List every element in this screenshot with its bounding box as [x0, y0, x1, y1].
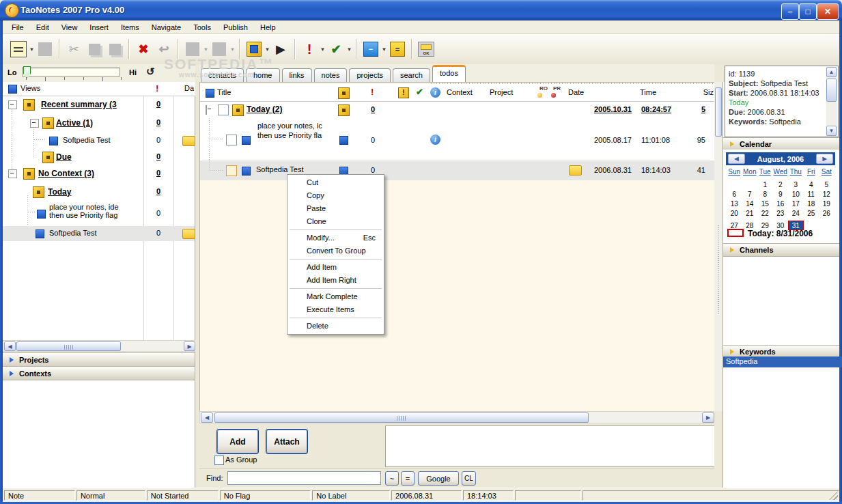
execute-button[interactable]: ▶ — [270, 39, 291, 59]
item-type-dropdown[interactable]: ▼ — [264, 46, 270, 53]
complete-dropdown[interactable]: ▼ — [346, 46, 352, 53]
views-hscrollbar[interactable]: ◀ ▶ — [3, 340, 195, 352]
view-style-button-1[interactable] — [182, 39, 203, 59]
close-button[interactable]: ✕ — [817, 3, 839, 20]
calendar-next-button[interactable]: ▶ — [816, 154, 833, 164]
calendar-day-20[interactable]: 20 — [727, 209, 742, 219]
menu-item-tools[interactable]: Tools — [187, 22, 217, 33]
complete-button[interactable]: ✔ — [326, 39, 346, 59]
menu-item-file[interactable]: File — [5, 22, 30, 33]
calendar-day-8[interactable]: 8 — [757, 190, 773, 199]
complete-column-header-icon[interactable]: ✔ — [416, 87, 423, 97]
calendar-day-1[interactable]: 1 — [757, 180, 773, 190]
tab-search[interactable]: search — [393, 68, 430, 82]
calendar-day-9[interactable]: 9 — [773, 190, 789, 199]
scroll-up-arrow[interactable]: ▲ — [826, 67, 837, 77]
approx-search-button[interactable]: ~ — [385, 471, 399, 486]
note-style-button[interactable]: = — [387, 39, 408, 59]
collapse-icon[interactable] — [30, 119, 39, 128]
tab-notes[interactable]: notes — [314, 68, 348, 82]
maximize-button[interactable]: □ — [799, 3, 817, 20]
channels-section-header[interactable]: Channels — [723, 243, 839, 257]
exact-search-button[interactable]: = — [401, 471, 415, 486]
calendar-prev-button[interactable]: ◀ — [728, 154, 745, 164]
context-menu-item-convert-to-group[interactable]: Convert To Group — [287, 244, 384, 257]
calendar-day-11[interactable]: 11 — [804, 190, 819, 199]
view-style-dropdown-1[interactable]: ▼ — [203, 46, 209, 53]
context-menu-item-cut[interactable]: Cut — [287, 176, 384, 189]
as-group-checkbox[interactable] — [214, 456, 224, 465]
project-column-header[interactable]: Project — [490, 88, 513, 96]
info-column-header-icon[interactable]: i — [430, 87, 440, 98]
calendar-day-23[interactable]: 23 — [773, 209, 789, 219]
row-checkbox[interactable] — [218, 104, 229, 115]
tree-row-0[interactable]: Recent summary (30 — [3, 96, 195, 113]
menu-item-edit[interactable]: Edit — [30, 22, 55, 33]
calendar-day-10[interactable]: 10 — [788, 190, 804, 199]
scroll-left-arrow[interactable]: ◀ — [201, 412, 213, 423]
scroll-thumb[interactable] — [16, 341, 121, 351]
priority-column-header[interactable]: ! — [156, 83, 158, 94]
tab-todos[interactable]: todos — [432, 65, 466, 82]
title-column-header[interactable]: Title — [217, 88, 231, 96]
new-group-button[interactable] — [35, 39, 55, 59]
menu-item-insert[interactable]: Insert — [83, 22, 115, 33]
calendar-day-7[interactable]: 7 — [742, 190, 758, 199]
calendar-day-25[interactable]: 25 — [804, 209, 819, 219]
priority-slider[interactable] — [22, 68, 120, 76]
scroll-thumb[interactable] — [826, 79, 837, 102]
cut-button[interactable]: ✂ — [64, 39, 84, 59]
menu-item-help[interactable]: Help — [254, 22, 282, 33]
tab-contacts[interactable]: contacts — [201, 68, 244, 82]
context-menu-item-add-item[interactable]: Add Item — [287, 261, 384, 274]
grid-vscrollbar[interactable] — [714, 82, 722, 411]
scroll-down-arrow[interactable]: ▼ — [826, 126, 837, 136]
clear-button[interactable]: CL — [462, 471, 476, 486]
calendar-day-14[interactable]: 14 — [742, 199, 758, 209]
minimize-button[interactable]: – — [781, 3, 799, 20]
calendar-day-2[interactable]: 2 — [773, 180, 789, 190]
calendar-day-16[interactable]: 16 — [773, 199, 789, 209]
delete-button[interactable]: ✖ — [133, 39, 154, 59]
title-bar[interactable]: TaoNotes 2007 Pro v4.00 – □ ✕ — [0, 0, 842, 20]
grid-row-note[interactable]: place your notes, ic then use Priority f… — [200, 118, 714, 160]
tree-row-1[interactable]: Active (1)0 — [3, 113, 195, 132]
contexts-section-header[interactable]: Contexts — [3, 366, 195, 380]
collapse-icon[interactable] — [8, 169, 17, 178]
calendar-day-24[interactable]: 24 — [788, 209, 804, 219]
tree-row-3[interactable]: Due0 — [3, 150, 195, 165]
calendar-day-13[interactable]: 13 — [727, 199, 742, 209]
new-note-button[interactable] — [8, 39, 29, 59]
keyword-item-softpedia[interactable]: Softpedia — [723, 356, 842, 367]
projects-section-header[interactable]: Projects — [3, 352, 195, 367]
priority-dropdown[interactable]: ▼ — [320, 46, 326, 53]
pr-column-header[interactable]: PR — [553, 85, 561, 92]
attach-button[interactable]: Attach — [266, 430, 307, 453]
context-menu-item-delete[interactable]: Delete — [287, 320, 384, 333]
date-column-header[interactable]: Date — [568, 88, 584, 96]
context-menu-item-add-item-right[interactable]: Add Item Right — [287, 274, 384, 287]
row-title-line2[interactable]: then use Priority fla — [257, 131, 322, 139]
calendar-day-19[interactable]: 19 — [819, 199, 834, 209]
panel-splitter-handle[interactable] — [718, 225, 719, 314]
tree-row-5[interactable]: Today0 — [3, 182, 195, 201]
calendar-day-17[interactable]: 17 — [788, 199, 804, 209]
label-dropdown[interactable]: ▼ — [381, 46, 387, 53]
date-column-header[interactable]: Da — [184, 84, 194, 92]
context-menu-item-paste[interactable]: Paste — [287, 202, 384, 215]
tree-row-6[interactable]: place your notes, ide then use Priority … — [3, 201, 195, 226]
quick-entry-textarea[interactable] — [385, 425, 714, 467]
paste-button[interactable] — [104, 39, 125, 59]
time-column-header[interactable]: Time — [640, 88, 656, 96]
row-checkbox[interactable] — [226, 135, 237, 145]
row-title[interactable]: Softpedia Test — [256, 165, 304, 173]
context-menu-item-clone[interactable]: Clone — [287, 215, 384, 228]
context-menu-item-copy[interactable]: Copy — [287, 189, 384, 202]
collapse-icon[interactable] — [206, 105, 207, 115]
row-title-line1[interactable]: place your notes, ic — [257, 122, 322, 130]
detail-scrollbar[interactable]: ▲ ▼ — [826, 67, 837, 136]
scroll-right-arrow[interactable]: ▶ — [184, 341, 195, 351]
find-input[interactable] — [227, 471, 381, 485]
context-column-header[interactable]: Context — [447, 88, 473, 96]
calendar-section-header[interactable]: Calendar — [723, 137, 839, 151]
